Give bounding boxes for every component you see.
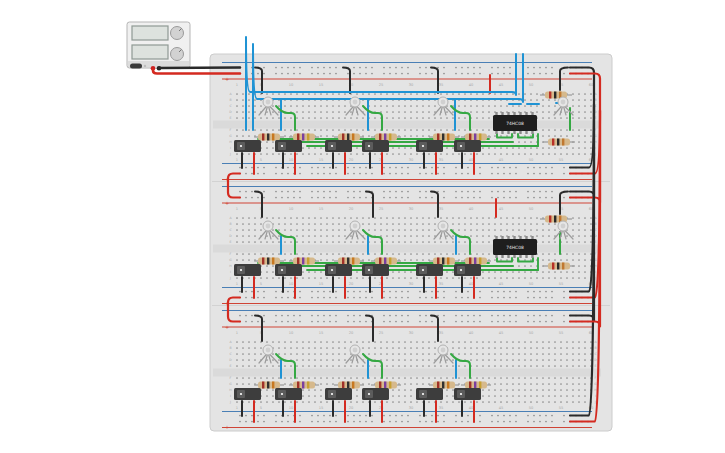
rail-polarity-label: + [225,424,229,430]
ic-pin [531,236,533,239]
ic-pin [501,131,503,134]
resistor[interactable] [371,258,401,265]
switch-indicator-dot [240,145,242,147]
power-button[interactable] [130,64,142,69]
resistor[interactable] [429,258,459,265]
switch-indicator-dot [460,145,462,147]
column-number: 25 [379,331,384,335]
led-dome [266,100,271,105]
slide-switch[interactable] [275,140,302,152]
switch-indicator-dot [331,145,333,147]
resistor-band [437,258,439,265]
power-supply-knob[interactable] [171,48,184,61]
slide-switch[interactable] [325,264,352,276]
slide-switch[interactable] [234,388,261,400]
column-number: 1 [236,406,238,410]
column-number: 40 [469,331,474,335]
slide-switch[interactable] [362,388,389,400]
column-number: 20 [349,207,354,211]
resistor-band [297,382,299,389]
resistor-band [549,92,551,99]
resistor[interactable] [371,382,401,389]
slide-switch[interactable] [362,264,389,276]
resistor-band [389,258,391,265]
resistor-band [297,134,299,141]
resistor-band [384,134,386,141]
led-dome [266,224,271,229]
rail-polarity-label: + [225,324,229,330]
rail-polarity-label: - [225,160,227,166]
resistor-band [342,258,344,265]
resistor[interactable] [254,382,284,389]
ic-pin [519,255,521,258]
rail-polarity-label: + [225,200,229,206]
resistor-band [474,258,476,265]
resistor[interactable] [289,258,319,265]
slide-switch[interactable] [234,264,261,276]
ic-pin [525,236,527,239]
column-number: 5 [260,406,262,410]
resistor[interactable] [334,134,364,141]
led-dome [561,224,566,229]
slide-switch[interactable] [454,388,481,400]
resistor[interactable] [254,134,284,141]
column-number: 5 [260,158,262,162]
column-number: 1 [236,331,238,335]
resistor[interactable] [461,382,491,389]
resistor-band [384,258,386,265]
resistor[interactable] [461,258,491,265]
slide-switch[interactable] [325,140,352,152]
column-number: 45 [499,282,504,286]
resistor[interactable] [289,134,319,141]
ic-pin [501,255,503,258]
row-letter: F [230,128,232,132]
column-number: 30 [409,331,414,335]
resistor[interactable] [334,382,364,389]
switch-indicator-dot [281,145,283,147]
power-lead-black[interactable] [159,68,240,69]
slide-switch[interactable] [416,388,443,400]
resistor[interactable] [429,134,459,141]
column-number: 50 [529,331,534,335]
slide-switch[interactable] [454,140,481,152]
ic-pin [501,236,503,239]
row-letter: I [230,394,231,398]
slide-switch[interactable] [416,140,443,152]
board-center-gap [213,369,601,377]
ic-74hc08[interactable]: 74HC08 [493,236,537,258]
ic-74hc08[interactable]: 74HC08 [493,112,537,134]
board-center-gap [213,121,601,129]
resistor-band [347,382,349,389]
resistor[interactable] [461,134,491,141]
power-supply-display [132,45,168,59]
row-letter: J [229,400,231,404]
slide-switch[interactable] [275,264,302,276]
resistor[interactable] [289,382,319,389]
slide-switch[interactable] [234,140,261,152]
column-number: 5 [260,282,262,286]
resistor[interactable] [429,382,459,389]
resistor-band [549,216,551,223]
slide-switch[interactable] [275,388,302,400]
power-supply-knob[interactable] [171,27,184,40]
slide-switch[interactable] [325,388,352,400]
column-number: 40 [469,207,474,211]
column-number: 10 [289,83,294,87]
column-number: 1 [236,282,238,286]
column-number: 10 [289,158,294,162]
resistor[interactable] [371,134,401,141]
rail-polarity-label: - [225,183,227,189]
column-number: 50 [529,406,534,410]
column-number: 50 [529,158,534,162]
slide-switch[interactable] [454,264,481,276]
power-supply[interactable] [127,22,190,71]
resistor[interactable] [334,258,364,265]
resistor-band [379,382,381,389]
slide-switch[interactable] [362,140,389,152]
resistor-band [307,134,309,141]
resistor[interactable] [254,258,284,265]
slide-switch[interactable] [416,264,443,276]
resistor-band [267,134,269,141]
circuit-scene: -+-+151015202530354045505560151015202530… [0,0,725,453]
column-number: 25 [379,83,384,87]
